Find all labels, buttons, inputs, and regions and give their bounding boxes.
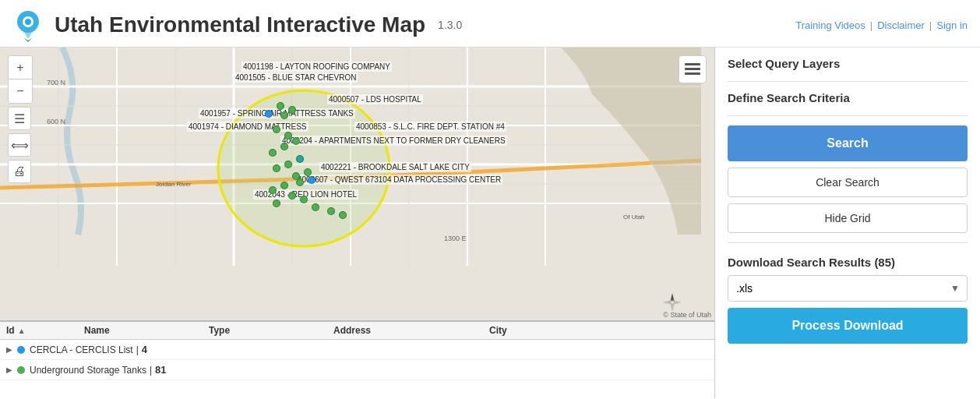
app-header: Utah Environmental Interactive Map 1.3.0… bbox=[0, 0, 980, 48]
map-label-4001505: 4001505 - BLUE STAR CHEVRON bbox=[234, 72, 358, 83]
format-select-wrapper: .xls .csv .pdf ▼ bbox=[728, 275, 968, 302]
map-marker bbox=[288, 106, 296, 114]
row-dot-icon bbox=[17, 346, 25, 354]
map-marker bbox=[292, 137, 300, 145]
map-attribution: © State of Utah bbox=[663, 311, 711, 319]
map-marker bbox=[296, 178, 304, 186]
row-label: Underground Storage Tanks bbox=[30, 365, 146, 376]
layers-icon bbox=[685, 63, 700, 76]
svg-text:Of Utah: Of Utah bbox=[623, 214, 645, 221]
define-search-criteria-title: Define Search Criteria bbox=[728, 91, 968, 104]
svg-point-2 bbox=[25, 19, 31, 25]
header-nav: Training Videos | Disclaimer | Sign in bbox=[795, 19, 968, 31]
map-label-4001957: 4001957 - SPRING AIR MATTRESS TANKS bbox=[199, 108, 355, 118]
svg-rect-28 bbox=[685, 68, 700, 70]
map-marker bbox=[269, 149, 277, 157]
zoom-out-button[interactable]: − bbox=[9, 79, 32, 103]
col-city: City bbox=[489, 325, 606, 336]
map-marker bbox=[304, 168, 312, 176]
col-address: Address bbox=[333, 325, 489, 336]
sort-arrow-icon[interactable]: ▲ bbox=[18, 327, 26, 335]
svg-marker-33 bbox=[672, 300, 682, 305]
panel-divider-2 bbox=[728, 115, 968, 116]
map-marker bbox=[273, 200, 280, 207]
hide-grid-button[interactable]: Hide Grid bbox=[728, 203, 968, 233]
header-left: Utah Environmental Interactive Map 1.3.0 bbox=[9, 6, 462, 44]
map-label-4001198: 4001198 - LAYTON ROOFING COMPANY bbox=[241, 62, 392, 72]
layers-list-button[interactable]: ☰ bbox=[8, 107, 31, 130]
map-marker bbox=[284, 161, 292, 168]
col-type: Type bbox=[209, 325, 333, 336]
expand-icon[interactable]: ▶ bbox=[6, 345, 17, 354]
row-label: CERCLA - CERCLIS List bbox=[30, 344, 133, 355]
map-marker bbox=[288, 192, 296, 200]
map-marker bbox=[284, 132, 292, 139]
map-marker bbox=[273, 164, 280, 172]
map-marker bbox=[312, 203, 319, 211]
zoom-in-button[interactable]: + bbox=[9, 56, 32, 79]
zoom-controls: + − bbox=[8, 55, 33, 104]
svg-rect-27 bbox=[685, 63, 700, 65]
app-title: Utah Environmental Interactive Map bbox=[55, 12, 425, 37]
map-marker bbox=[273, 125, 280, 133]
map-marker bbox=[327, 207, 335, 215]
row-dot-icon bbox=[17, 366, 25, 374]
process-download-button[interactable]: Process Download bbox=[728, 308, 968, 344]
clear-search-button[interactable]: Clear Search bbox=[728, 168, 968, 197]
grid-header: Id ▲ Name Type Address City bbox=[0, 322, 714, 340]
layer-switcher-button[interactable] bbox=[679, 55, 707, 83]
svg-text:1300 E: 1300 E bbox=[444, 235, 467, 242]
right-panel: Select Query Layers Define Search Criter… bbox=[715, 48, 980, 398]
app-logo bbox=[9, 6, 47, 44]
map-marker bbox=[277, 102, 284, 110]
download-title: Download Search Results (85) bbox=[728, 256, 968, 269]
pan-button[interactable]: ⟺ bbox=[8, 133, 31, 157]
map-marker bbox=[308, 176, 316, 184]
map-marker bbox=[265, 110, 273, 118]
map-controls: + − ☰ ⟺ 🖨 bbox=[8, 55, 33, 183]
map-marker bbox=[300, 196, 308, 203]
svg-marker-32 bbox=[663, 300, 672, 305]
map-marker bbox=[280, 111, 288, 119]
format-select[interactable]: .xls .csv .pdf bbox=[728, 275, 968, 302]
map-label-4000853: 4000853 - S.L.C. FIRE DEPT. STATION #4 bbox=[354, 122, 506, 132]
app-version: 1.3.0 bbox=[438, 19, 462, 31]
table-row[interactable]: ▶ Underground Storage Tanks | 81 bbox=[0, 360, 714, 380]
training-videos-link[interactable]: Training Videos bbox=[795, 19, 865, 31]
map-label-4002204: 4002204 - APARTMENTS NEXT TO FORMER DRY … bbox=[280, 136, 507, 146]
print-button[interactable]: 🖨 bbox=[8, 160, 31, 183]
map-label-4000507: 4000507 - LDS HOSPITAL bbox=[327, 94, 423, 104]
map-area: 700 N 600 N 1300 E Jordan River Of Utah … bbox=[0, 48, 715, 398]
map-marker bbox=[339, 211, 347, 219]
select-query-layers-title: Select Query Layers bbox=[728, 57, 968, 70]
svg-rect-29 bbox=[685, 72, 700, 75]
map-marker bbox=[269, 186, 277, 194]
map-label-4002221: 4002221 - BROOKDALE SALT LAKE CITY bbox=[319, 162, 471, 172]
row-count: 81 bbox=[155, 364, 166, 376]
svg-text:Jordan River: Jordan River bbox=[156, 181, 192, 188]
map-marker bbox=[280, 143, 288, 150]
map-container[interactable]: 700 N 600 N 1300 E Jordan River Of Utah … bbox=[0, 48, 714, 320]
results-grid: Id ▲ Name Type Address City ▶ CERCLA - C… bbox=[0, 320, 714, 398]
map-label-4000607: 4000607 - QWEST 673104 DATA PROCESSING C… bbox=[296, 175, 502, 185]
map-marker bbox=[296, 155, 304, 163]
svg-text:700 N: 700 N bbox=[47, 79, 65, 87]
col-id: Id ▲ bbox=[6, 325, 84, 336]
map-marker bbox=[280, 182, 288, 189]
row-count: 4 bbox=[142, 344, 147, 355]
col-name: Name bbox=[84, 325, 209, 336]
search-button[interactable]: Search bbox=[728, 125, 968, 161]
sign-in-link[interactable]: Sign in bbox=[936, 19, 968, 31]
panel-divider-1 bbox=[728, 81, 968, 82]
panel-divider-3 bbox=[728, 242, 968, 243]
svg-text:600 N: 600 N bbox=[47, 118, 65, 125]
main-layout: 700 N 600 N 1300 E Jordan River Of Utah … bbox=[0, 48, 980, 398]
disclaimer-link[interactable]: Disclaimer bbox=[877, 19, 925, 31]
table-row[interactable]: ▶ CERCLA - CERCLIS List | 4 bbox=[0, 340, 714, 360]
expand-icon[interactable]: ▶ bbox=[6, 365, 17, 374]
map-label-4001974: 4001974 - DIAMOND MATTRESS bbox=[187, 122, 308, 132]
